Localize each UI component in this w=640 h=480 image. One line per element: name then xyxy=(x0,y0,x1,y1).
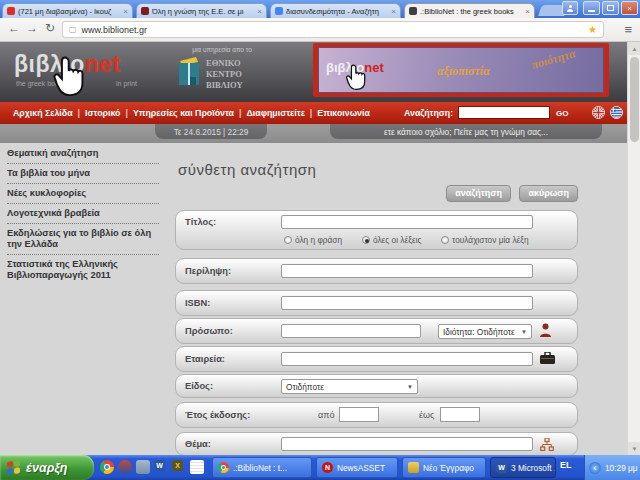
banner-logo-part2: net xyxy=(364,60,384,75)
forward-button[interactable]: → xyxy=(26,21,38,35)
task-button-newsasset[interactable]: N NewsASSET xyxy=(316,457,398,478)
back-button[interactable]: ← xyxy=(8,21,20,35)
address-bar[interactable]: ▢ www.biblionet.gr ★ xyxy=(62,21,604,38)
quicklaunch-word-icon[interactable]: W xyxy=(154,460,165,471)
uk-flag-icon[interactable] xyxy=(592,106,605,119)
radio-at-least-one-word[interactable]: τουλάχιστον μία λέξη xyxy=(441,235,529,245)
tab-title: διασυνδεσιμότητα - Αναζήτη xyxy=(286,7,388,16)
radio-icon[interactable] xyxy=(284,236,292,244)
feedback-marquee[interactable]: ετε κάποιο σχόλιο; Πείτε μας τη γνώμη σα… xyxy=(330,124,602,139)
chrome-menu-icon[interactable]: ≡ xyxy=(624,22,632,37)
task-button-biblionet[interactable]: .:BiblioNet : t... xyxy=(212,457,312,478)
nav-item-home[interactable]: Αρχική Σελίδα xyxy=(13,108,73,118)
radio-label: όλες οι λέξεις xyxy=(373,235,421,245)
close-button[interactable]: × xyxy=(621,1,638,15)
radio-label: τουλάχιστον μία λέξη xyxy=(452,235,529,245)
scrollbar-thumb[interactable] xyxy=(630,57,639,142)
tab-close-icon[interactable]: × xyxy=(123,7,128,16)
mail-icon xyxy=(7,7,15,15)
radio-all-words[interactable]: όλες οι λέξεις xyxy=(362,235,421,245)
tray-language-bar-icon[interactable]: ‹ xyxy=(589,462,601,474)
radio-icon[interactable] xyxy=(441,236,449,244)
search-submit-button[interactable]: αναζήτηση xyxy=(446,185,511,202)
sidebar-item-literary-awards[interactable]: Λογοτεχνικά βραβεία xyxy=(7,206,159,221)
tab-close-icon[interactable]: × xyxy=(525,7,530,16)
year-from-input[interactable] xyxy=(339,407,379,422)
promo-banner[interactable]: βιβλιοnet αξιοπιστία ποιότητα xyxy=(313,43,609,97)
nav-search-input[interactable] xyxy=(458,106,550,119)
subject-tree-icon[interactable] xyxy=(540,438,554,451)
person-input[interactable] xyxy=(281,324,421,338)
eu-site-icon xyxy=(141,7,149,15)
browser-tab-eu[interactable]: Όλη η γνώση της Ε.Ε. σε μι × xyxy=(136,3,267,18)
url-text[interactable]: www.biblionet.gr xyxy=(82,25,148,35)
person-lookup-icon[interactable] xyxy=(539,323,552,338)
nav-item-history[interactable]: Ιστορικό xyxy=(85,108,120,118)
profile-button[interactable] xyxy=(562,1,578,15)
task-button-new-document[interactable]: Νέο Έγγραφο xyxy=(402,457,486,478)
nav-go-button[interactable]: GO xyxy=(556,109,568,118)
title-input[interactable] xyxy=(281,215,533,229)
ekebi-service-text: μια υπηρεσία απο το xyxy=(168,46,276,53)
form-row-person: Πρόσωπο: Ιδιότητα: Οτιδήποτε ▼ xyxy=(175,318,578,344)
subject-input[interactable] xyxy=(281,437,533,451)
company-lookup-icon[interactable] xyxy=(540,352,555,364)
quicklaunch-notepad-icon[interactable] xyxy=(190,460,204,474)
form-actions: αναζήτηση ακύρωση xyxy=(175,182,578,202)
page-scrollbar[interactable]: ▲ ▼ xyxy=(627,42,640,455)
tab-title: Όλη η γνώση της Ε.Ε. σε μι xyxy=(152,7,254,16)
sidebar-divider xyxy=(7,254,159,255)
ekebi-name-line1: ΕΘΝΙΚΟ xyxy=(206,58,243,69)
banner-cursor-hand-icon xyxy=(345,64,367,90)
quicklaunch-excel-icon[interactable]: X xyxy=(172,460,183,471)
sidebar-item-book-events[interactable]: Εκδηλώσεις για το βιβλίο σε όλη την Ελλά… xyxy=(7,226,159,252)
greek-flag-icon[interactable] xyxy=(610,106,623,119)
year-from-label: από xyxy=(318,410,334,420)
banner-word-quality: ποιότητα xyxy=(530,47,578,73)
google-icon xyxy=(275,7,283,15)
scroll-up-button[interactable]: ▲ xyxy=(628,42,640,55)
scroll-down-button[interactable]: ▼ xyxy=(628,442,640,455)
isbn-input[interactable] xyxy=(281,296,533,310)
browser-tab-biblionet-active[interactable]: .:BiblioNet : the greek books × xyxy=(404,3,535,18)
browser-tab-search[interactable]: διασυνδεσιμότητα - Αναζήτη × xyxy=(270,3,401,18)
logo-part2: net xyxy=(85,51,121,77)
nav-item-advertise[interactable]: Διαφημιστείτε xyxy=(247,108,305,118)
quicklaunch-chrome-icon[interactable] xyxy=(100,460,114,474)
radio-whole-phrase[interactable]: όλη η φράση xyxy=(284,235,342,245)
nav-item-services[interactable]: Υπηρεσίες και Προϊόντα xyxy=(133,108,234,118)
sidebar-item-statistics[interactable]: Στατιστικά της Ελληνικής Βιβλιοπαραγωγής… xyxy=(7,257,159,283)
title-label: Τίτλος: xyxy=(185,217,216,227)
person-role-select[interactable]: Ιδιότητα: Οτιδήποτε ▼ xyxy=(438,324,532,339)
start-button[interactable]: έναρξη xyxy=(0,455,94,480)
tab-close-icon[interactable]: × xyxy=(257,7,262,16)
profile-icon xyxy=(567,5,573,12)
type-select[interactable]: Οτιδήποτε ▼ xyxy=(281,379,418,394)
restore-button[interactable] xyxy=(602,1,619,15)
summary-input[interactable] xyxy=(281,264,533,278)
language-indicator[interactable]: EL xyxy=(560,460,572,470)
minimize-button[interactable] xyxy=(583,1,600,15)
task-button-word-group[interactable]: W 3 Microsoft ... ▾ xyxy=(490,457,556,478)
clock[interactable]: 10:29 μμ xyxy=(605,463,638,473)
nav-item-contact[interactable]: Επικοινωνία xyxy=(317,108,370,118)
year-to-input[interactable] xyxy=(440,407,480,422)
chrome-icon xyxy=(218,462,229,473)
cancel-button[interactable]: ακύρωση xyxy=(519,185,578,202)
company-input[interactable] xyxy=(281,352,533,366)
sidebar-item-thematic-search[interactable]: Θεματική αναζήτηση xyxy=(7,146,159,161)
quicklaunch-browser-icon[interactable] xyxy=(118,460,132,474)
sidebar-item-new-releases[interactable]: Νέες κυκλοφορίες xyxy=(7,186,159,201)
browser-tab-mail[interactable]: (721 μη διαβασμένα) - Ικουζ × xyxy=(2,3,133,18)
sidebar-item-books-of-month[interactable]: Τα βιβλία του μήνα xyxy=(7,166,159,181)
quicklaunch-app-icon[interactable] xyxy=(136,460,150,474)
tab-close-icon[interactable]: × xyxy=(391,7,396,16)
chevron-down-icon: ▼ xyxy=(521,329,527,335)
reload-button[interactable]: ↻ xyxy=(45,21,55,35)
nav-separator: | xyxy=(78,108,80,118)
ekebi-name-line2: ΚΕΝΤΡΟ xyxy=(206,69,243,80)
sidebar-divider xyxy=(7,223,159,224)
radio-icon-checked[interactable] xyxy=(362,236,370,244)
bookmark-star-icon[interactable]: ★ xyxy=(588,24,597,35)
start-label: έναρξη xyxy=(26,461,68,475)
